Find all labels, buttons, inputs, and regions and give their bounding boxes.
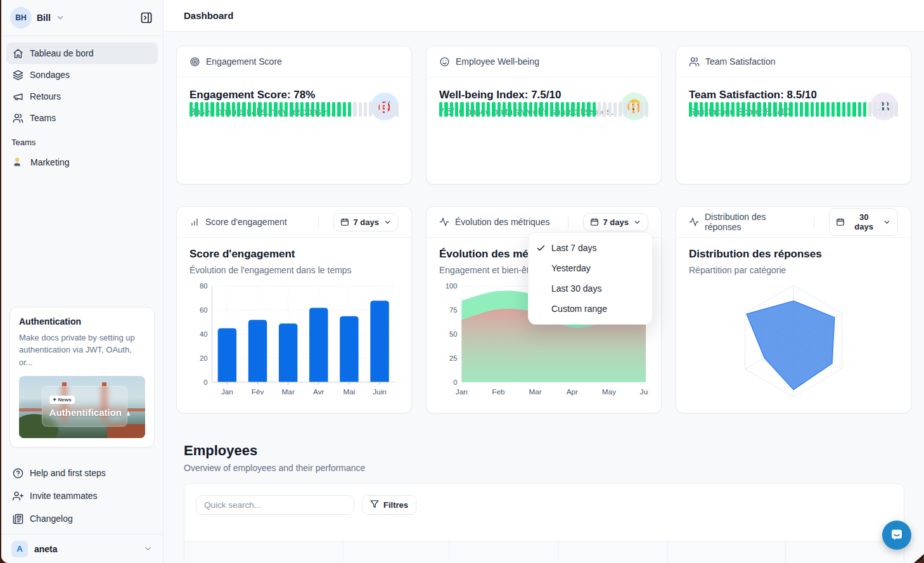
activity-icon (439, 217, 449, 227)
time-range-button[interactable]: 7 days (583, 213, 648, 231)
satisfaction-progress-bar (689, 102, 898, 117)
menu-item-yesterday[interactable]: Yesterday (529, 258, 652, 278)
filters-button[interactable]: Filtres (362, 495, 416, 515)
svg-text:80: 80 (200, 282, 208, 290)
menu-item-label: Custom range (551, 304, 607, 314)
promo-image: ✦ News Authentification (19, 376, 145, 438)
column-header-position[interactable]: Position (449, 541, 558, 563)
svg-text:75: 75 (449, 306, 458, 314)
menu-item-custom-range[interactable]: Custom range (529, 299, 652, 319)
radar-chart (689, 279, 898, 403)
card-header: Engagement Score (177, 46, 411, 77)
card-header: Score d'engagement 7 days (177, 207, 411, 238)
time-range-label: 30 days (849, 212, 878, 231)
authentication-promo-card[interactable]: Authentication Make docs private by sett… (10, 307, 155, 448)
time-range-button[interactable]: 30 days (829, 208, 898, 236)
engagement-score-card: Engagement Score Engagement Score: 78% B… (176, 46, 412, 184)
menu-item-label: Yesterday (551, 263, 591, 273)
card-body: Score d'engagement Évolution de l'engage… (177, 238, 411, 411)
promo-title: Authentication (19, 316, 145, 327)
card-header: Team Satisfaction (676, 46, 911, 77)
svg-text:Fév: Fév (252, 387, 264, 396)
chart-subtitle: Évolution de l'engagement dans le temps (189, 265, 399, 275)
smile-icon (439, 56, 450, 67)
svg-text:60: 60 (200, 306, 208, 314)
promo-image-overlay: ✦ News Authentification (42, 386, 127, 427)
svg-text:100: 100 (446, 282, 458, 290)
employees-table-card: Filtres User Team (184, 483, 904, 563)
svg-text:Apr: Apr (567, 387, 578, 396)
menu-item-last-30-days[interactable]: Last 30 days (529, 278, 652, 299)
promo-image-title: Authentification (49, 407, 120, 418)
engagement-progress-bar (189, 102, 399, 117)
chat-launcher-button[interactable] (882, 521, 911, 550)
team-item-label: Marketing (30, 157, 69, 167)
sidebar-item-dashboard[interactable]: Tableau de bord (6, 42, 158, 64)
page-title: Dashboard (184, 10, 233, 21)
card-body: Distribution des réponses Répartition pa… (676, 238, 911, 413)
chevron-down-icon (633, 218, 641, 226)
calendar-icon (836, 217, 845, 226)
collapse-sidebar-button[interactable] (138, 9, 155, 27)
card-body: Team Satisfaction: 8.5/10 Satisfaction S… (676, 77, 911, 128)
target-icon (189, 56, 200, 67)
column-header-user[interactable]: User (184, 541, 343, 563)
wellbeing-progress-bar (439, 102, 648, 117)
search-input[interactable] (196, 495, 354, 515)
sidebar-item-teams[interactable]: Teams (6, 107, 158, 129)
menu-item-last-7-days[interactable]: Last 7 days (529, 238, 652, 258)
response-distribution-card: Distribution des réponses 30 days (676, 206, 911, 413)
column-header-team[interactable]: Team (343, 541, 449, 563)
sidebar-item-marketing[interactable]: Marketing (1, 151, 163, 174)
chart-title: Score d'engagement (189, 248, 399, 261)
card-header-label: Employee Well-being (456, 56, 539, 67)
svg-text:Juin: Juin (373, 387, 387, 396)
chevron-down-icon (383, 218, 392, 226)
users-icon (13, 113, 23, 124)
chart-title: Distribution des réponses (689, 248, 898, 261)
column-header-performance[interactable]: Performance (667, 541, 786, 563)
sidebar-item-label: Teams (30, 113, 56, 123)
chat-icon (889, 527, 904, 543)
card-body: Engagement Score: 78% Based on internal … (177, 77, 411, 128)
time-range-button[interactable]: 7 days (333, 213, 399, 231)
svg-text:Jun: Jun (640, 387, 648, 396)
account-switcher[interactable]: A aneta (1, 534, 163, 563)
sidebar-item-feedback[interactable]: Retours (6, 86, 158, 107)
sidebar-item-invite[interactable]: Invite teammates (6, 484, 158, 507)
svg-text:20: 20 (200, 354, 208, 362)
bar-chart: 020406080JanFévMarAvrMaiJuin (189, 279, 399, 401)
sidebar-footer-nav: Help and first steps Invite teammates Ch… (6, 462, 158, 530)
svg-text:Jan: Jan (456, 387, 468, 396)
home-icon (13, 48, 23, 59)
sidebar-item-surveys[interactable]: Sondages (6, 64, 158, 86)
sidebar-item-label: Sondages (30, 70, 70, 80)
promo-description: Make docs private by setting up authenti… (19, 332, 145, 369)
user-plus-icon (13, 491, 23, 502)
users-icon (689, 56, 700, 67)
sidebar-item-help[interactable]: Help and first steps (6, 462, 158, 484)
wellbeing-card: Employee Well-being Well-being Index: 7.… (426, 46, 662, 184)
card-header-label: Distribution des réponses (705, 212, 802, 232)
workspace-switcher[interactable]: BH Bill (1, 0, 163, 36)
newspaper-icon (13, 514, 23, 524)
svg-text:Mar: Mar (529, 387, 542, 396)
stat-title: Well-being Index: 7.5/10 (439, 89, 648, 101)
svg-text:40: 40 (200, 330, 208, 338)
table-header-row: User Team Position (184, 541, 904, 563)
main-area: Dashboard Engagement Score Engagement Sc… (164, 0, 924, 563)
layers-icon (13, 70, 23, 81)
time-range-label: 7 days (603, 217, 629, 227)
sidebar-item-label: Help and first steps (30, 468, 106, 478)
header-divider (318, 215, 319, 229)
help-circle-icon (13, 468, 23, 479)
stat-title: Engagement Score: 78% (189, 89, 399, 101)
column-header-participation[interactable]: Participation (558, 541, 667, 563)
svg-text:0: 0 (453, 379, 457, 386)
time-range-label: 7 days (354, 217, 379, 227)
account-avatar: A (11, 541, 28, 557)
sidebar-item-changelog[interactable]: Changelog (6, 507, 158, 530)
card-header-label: Score d'engagement (205, 217, 287, 227)
app-window: BH Bill Tableau de bord Sondages (1, 0, 924, 563)
activity-icon (689, 217, 699, 227)
